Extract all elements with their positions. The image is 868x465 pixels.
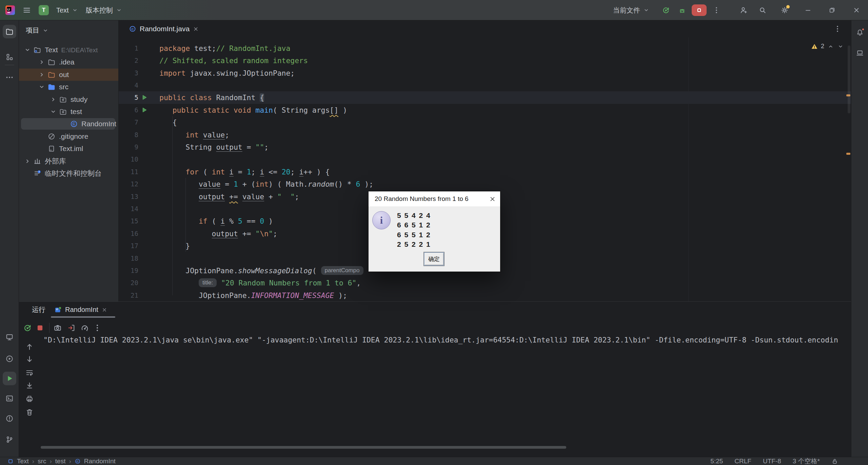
tree-item-gitignore[interactable]: .gitignore [19,130,119,143]
problems-tool-button[interactable] [3,412,16,425]
dialog-close-button[interactable] [485,191,500,206]
chevron-right-icon[interactable] [38,71,45,78]
main-menu-icon[interactable] [22,6,31,15]
code-line-21[interactable]: 21 JOptionPane.INFORMATION_MESSAGE ); [119,289,851,301]
prev-issue-icon[interactable] [827,43,834,50]
close-button[interactable] [852,6,861,14]
tree-item-[interactable]: 临时文件和控制台 [19,167,119,180]
statusbar-item[interactable]: 5:25 [710,458,723,465]
structure-tool-button[interactable] [3,50,16,64]
error-stripe-mark[interactable] [846,153,850,155]
tree-item-src[interactable]: src [19,81,119,93]
bell-tool-button[interactable] [853,26,867,39]
code-line-2[interactable]: 2// Shifted, scaled random integers [119,54,851,67]
inspections-widget[interactable]: 2 [811,43,844,50]
vcs-widget[interactable]: 版本控制 [86,6,122,15]
code-line-1[interactable]: 1package test;// RandomInt.java [119,42,851,55]
breadcrumb-item[interactable]: RandomInt [84,458,116,465]
rerun-button[interactable] [23,323,32,332]
inlay-hint: title: [199,278,217,287]
scroll-end-button[interactable] [25,381,34,390]
minimize-button[interactable] [804,6,812,14]
dialog-message-row: 6 5 5 1 2 [397,230,431,240]
code-line-7[interactable]: 7 { [119,116,851,129]
maximize-button[interactable] [828,6,836,14]
chevron-down-icon[interactable] [24,46,31,54]
breadcrumb-item[interactable]: src [38,458,46,465]
tree-item-randomint[interactable]: CRandomInt [19,118,119,130]
next-issue-icon[interactable] [837,43,844,50]
laptop-tool-button[interactable] [853,46,867,60]
code-line-11[interactable]: 11 for ( int i = 1; i <= 20; i++ ) { [119,166,851,178]
run-panel-title[interactable]: 运行 [32,302,45,318]
tree-item-label: study [71,93,87,106]
gauge-button[interactable] [80,323,89,332]
project-selector[interactable]: Text [56,6,78,14]
close-tab-icon[interactable] [193,26,199,32]
code-line-9[interactable]: 9 String output = ""; [119,141,851,153]
breadcrumb-item[interactable]: test [55,458,66,465]
user-plus-button[interactable] [739,6,748,14]
chevron-down-icon[interactable] [38,83,45,91]
enter-button[interactable] [67,323,76,332]
chevron-right-icon[interactable] [24,157,31,165]
arrow-up-button[interactable] [25,342,34,351]
chevron-right-icon[interactable] [50,96,57,103]
stop-red-button[interactable] [36,323,44,332]
tree-item-study[interactable]: study [19,93,119,106]
debug-button[interactable] [678,6,686,14]
run-line-icon[interactable] [141,94,148,101]
code-line-10[interactable]: 10 [119,153,851,166]
console-hscrollbar[interactable] [41,446,566,449]
kebab-button[interactable] [93,323,102,332]
gear-button[interactable] [781,6,789,14]
editor-scrollbar[interactable] [848,45,850,113]
chevron-right-icon[interactable] [38,58,45,66]
run-configuration-selector[interactable]: 当前文件 [613,0,650,20]
statusbar-item[interactable]: 3 个空格* [793,457,820,465]
monitor-tool-button[interactable] [3,330,16,344]
chevron-down-icon[interactable] [50,108,57,115]
run-tool-button[interactable] [3,372,16,385]
tree-item-test[interactable]: test [19,106,119,118]
editor-tab-randomint[interactable]: C RandomInt.java [124,20,203,37]
soft-wrap-button[interactable] [25,368,34,377]
tree-item-idea[interactable]: .idea [19,56,119,68]
tree-item-text[interactable]: TextE:\IDEA\Text [19,44,119,56]
terminal-tool-button[interactable] [3,392,16,405]
rerun-button[interactable] [662,6,670,14]
tab-options-icon[interactable] [833,25,842,33]
code-line-20[interactable]: 20 title: "20 Random Numbers from 1 to 6… [119,277,851,289]
code-line-4[interactable]: 4 [119,79,851,92]
tree-item-[interactable]: 外部库 [19,155,119,167]
ok-button[interactable]: 确定 [424,252,444,266]
statusbar-item[interactable]: CRLF [734,458,751,465]
close-tab-icon[interactable] [102,307,107,313]
code-line-3[interactable]: 3import javax.swing.JOptionPane; [119,67,851,79]
code-line-8[interactable]: 8 int value; [119,129,851,141]
dialog-titlebar[interactable]: 20 Random Numbers from 1 to 6 [369,191,500,206]
tree-item-out[interactable]: out [19,69,119,81]
statusbar-item[interactable]: UTF-8 [763,458,781,465]
project-folder-tool-button[interactable] [3,25,16,38]
run-tab-randomint[interactable]: RandomInt [54,302,107,318]
trash-button[interactable] [25,408,34,416]
code-line-5[interactable]: 5public class RandomInt { [119,91,851,104]
run-line-icon[interactable] [141,107,148,113]
project-panel-header[interactable]: 项目 [26,26,49,35]
code-line-6[interactable]: 6 public static void main( String args[]… [119,104,851,116]
arrow-down-button[interactable] [25,355,34,364]
lock-open-icon[interactable] [831,458,838,465]
breadcrumb-item[interactable]: Text [17,458,29,465]
kebab-button[interactable] [712,6,721,14]
code-text: title: "20 Random Numbers from 1 to 6", [159,277,361,289]
search-button[interactable] [758,6,767,14]
printer-button[interactable] [25,394,34,403]
git-branch-tool-button[interactable] [3,433,16,446]
code-line-12[interactable]: 12 value = 1 + (int) ( Math.random() * 6… [119,178,851,190]
more-tool-button[interactable] [3,71,16,84]
camera-button[interactable] [53,323,62,332]
tree-item-textiml[interactable]: Text.iml [19,143,119,155]
stop-button[interactable] [692,4,707,16]
play-circle-tool-button[interactable] [3,352,16,366]
